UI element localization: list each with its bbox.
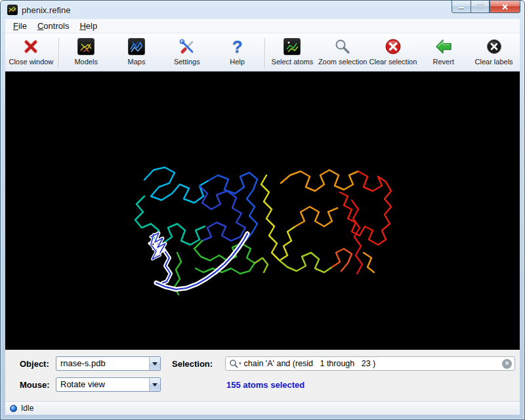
close-button[interactable] (490, 1, 520, 13)
chevron-down-icon: ▾ (239, 361, 242, 366)
tool-label: Maps (128, 58, 146, 66)
selection-label: Selection: (172, 359, 220, 369)
tool-label: Revert (433, 58, 454, 66)
clear-labels-icon (486, 37, 503, 56)
object-dropdown-value: rnase-s.pdb (56, 357, 149, 370)
object-dropdown[interactable]: rnase-s.pdb (56, 356, 161, 371)
caption-buttons (452, 1, 520, 13)
select-atoms-icon (284, 37, 301, 56)
maps-button[interactable]: Maps (112, 35, 162, 71)
zoom-selection-icon (334, 37, 351, 56)
close-window-button[interactable]: Close window (6, 35, 56, 71)
tool-label: Settings (174, 58, 200, 66)
selection-value[interactable]: chain 'A' and (resid 1 through 23 ) (244, 359, 502, 368)
menu-help[interactable]: Help (74, 20, 102, 32)
tool-label: Select atoms (272, 58, 314, 66)
mouse-label: Mouse: (20, 380, 56, 390)
menubar: File Controls Help (5, 19, 520, 33)
models-button[interactable]: Models (61, 35, 112, 71)
chevron-down-icon (149, 378, 160, 391)
tool-label: Clear labels (475, 58, 513, 66)
toolbar-separator (58, 38, 59, 68)
object-row: Object: rnase-s.pdb Selection: ▾ chain '… (5, 355, 520, 372)
control-panel: Object: rnase-s.pdb Selection: ▾ chain '… (5, 350, 520, 401)
select-atoms-button[interactable]: Select atoms (267, 35, 318, 71)
chevron-down-icon (149, 357, 160, 370)
clear-labels-button[interactable]: Clear labels (469, 35, 519, 71)
toolbar: Close window Models Maps Settings ? Help (5, 33, 520, 72)
settings-icon (178, 37, 196, 56)
tool-label: Clear selection (369, 58, 417, 66)
tool-label: Zoom selection (318, 58, 368, 66)
clear-selection-button[interactable]: Clear selection (368, 35, 419, 71)
tool-label: Close window (9, 58, 53, 66)
revert-button[interactable]: Revert (418, 35, 469, 71)
mouse-dropdown-value: Rotate view (56, 378, 149, 391)
help-icon: ? (232, 37, 243, 56)
status-text: Idle (21, 404, 33, 413)
status-led-icon (10, 405, 17, 412)
clear-selection-icon (385, 37, 402, 56)
menu-file[interactable]: File (8, 20, 32, 32)
phenix-refine-window: phenix.refine File Controls Help Close w… (0, 0, 525, 420)
mouse-row: Mouse: Rotate view 155 atoms selected (5, 376, 520, 393)
minimize-button[interactable] (452, 1, 471, 13)
molecule-viewport[interactable] (5, 72, 520, 350)
statusbar: Idle (5, 401, 520, 415)
help-button[interactable]: ? Help (212, 35, 262, 71)
revert-icon (435, 37, 452, 56)
close-window-icon (22, 37, 39, 56)
tool-label: Help (230, 58, 245, 66)
menu-controls[interactable]: Controls (32, 20, 74, 32)
toolbar-separator (264, 38, 265, 68)
clear-input-icon[interactable]: × (502, 359, 512, 369)
app-icon (7, 5, 18, 15)
titlebar[interactable]: phenix.refine (1, 1, 524, 19)
models-icon (77, 37, 94, 56)
selection-input[interactable]: ▾ chain 'A' and (resid 1 through 23 ) × (225, 356, 515, 371)
mouse-dropdown[interactable]: Rotate view (56, 377, 161, 392)
object-label: Object: (20, 359, 56, 369)
window-title: phenix.refine (22, 5, 70, 15)
maps-icon (128, 37, 145, 56)
zoom-selection-button[interactable]: Zoom selection (318, 35, 368, 71)
maximize-button[interactable] (471, 1, 490, 13)
search-icon[interactable]: ▾ (226, 359, 244, 368)
settings-button[interactable]: Settings (161, 35, 212, 71)
atoms-selected-text: 155 atoms selected (226, 380, 304, 390)
tool-label: Models (74, 58, 97, 66)
molecule-render (5, 72, 520, 350)
